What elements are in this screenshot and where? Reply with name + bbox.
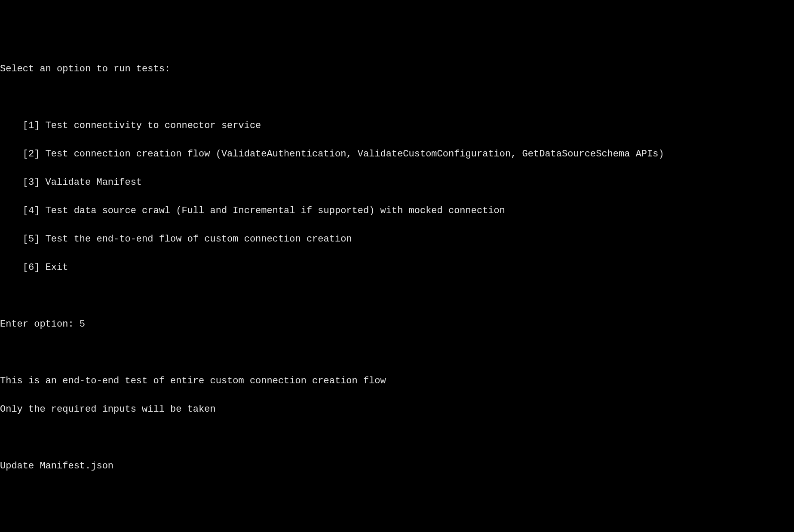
menu-option-4: [4] Test data source crawl (Full and Inc… [0, 204, 794, 218]
menu-option-2: [2] Test connection creation flow (Valid… [0, 147, 794, 161]
blank-line [0, 487, 794, 501]
menu-option-5: [5] Test the end-to-end flow of custom c… [0, 232, 794, 246]
blank-line [0, 289, 794, 303]
menu-header: Select an option to run tests: [0, 62, 794, 76]
update-manifest-line: Update Manifest.json [0, 459, 794, 473]
blank-line [0, 90, 794, 104]
description-line-2: Only the required inputs will be taken [0, 402, 794, 416]
blank-line [0, 345, 794, 360]
enter-option-line[interactable]: Enter option: 5 [0, 317, 794, 331]
menu-option-1: [1] Test connectivity to connector servi… [0, 119, 794, 133]
menu-option-3: [3] Validate Manifest [0, 175, 794, 190]
enter-option-label: Enter option: [0, 319, 80, 330]
menu-option-6: [6] Exit [0, 260, 794, 275]
blank-line [0, 431, 794, 445]
blank-line [0, 516, 794, 530]
enter-option-value: 5 [80, 319, 85, 330]
description-line-1: This is an end-to-end test of entire cus… [0, 374, 794, 388]
